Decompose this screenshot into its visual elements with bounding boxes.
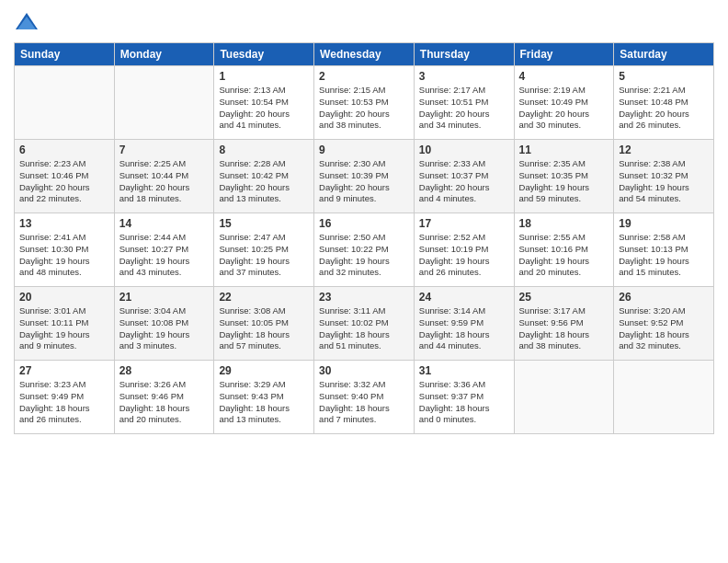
day-detail: Sunrise: 2:58 AM Sunset: 10:13 PM Daylig… [619, 232, 709, 279]
day-number: 1 [219, 70, 309, 83]
day-detail: Sunrise: 3:11 AM Sunset: 10:02 PM Daylig… [319, 305, 409, 352]
day-number: 11 [519, 144, 609, 156]
day-detail: Sunrise: 2:15 AM Sunset: 10:53 PM Daylig… [319, 85, 409, 132]
logo [14, 9, 43, 35]
day-detail: Sunrise: 2:52 AM Sunset: 10:19 PM Daylig… [419, 232, 509, 279]
calendar-cell [514, 361, 614, 434]
week-row-4: 20Sunrise: 3:01 AM Sunset: 10:11 PM Dayl… [15, 287, 714, 361]
weekday-header-thursday: Thursday [414, 43, 514, 66]
day-number: 4 [519, 70, 609, 83]
calendar-cell: 12Sunrise: 2:38 AM Sunset: 10:32 PM Dayl… [614, 140, 714, 213]
day-number: 2 [319, 70, 409, 83]
day-number: 6 [19, 144, 109, 156]
week-row-1: 1Sunrise: 2:13 AM Sunset: 10:54 PM Dayli… [15, 66, 714, 140]
calendar-cell [614, 361, 714, 434]
calendar-cell: 11Sunrise: 2:35 AM Sunset: 10:35 PM Dayl… [514, 140, 614, 213]
calendar-cell: 16Sunrise: 2:50 AM Sunset: 10:22 PM Dayl… [314, 213, 415, 287]
day-detail: Sunrise: 2:50 AM Sunset: 10:22 PM Daylig… [319, 232, 409, 279]
day-number: 14 [119, 217, 210, 230]
day-detail: Sunrise: 2:28 AM Sunset: 10:42 PM Daylig… [219, 158, 309, 205]
day-number: 17 [419, 217, 509, 230]
day-number: 7 [119, 144, 210, 156]
calendar-cell: 30Sunrise: 3:32 AM Sunset: 9:40 PM Dayli… [314, 361, 415, 434]
calendar-cell: 18Sunrise: 2:55 AM Sunset: 10:16 PM Dayl… [514, 213, 614, 287]
calendar-cell: 31Sunrise: 3:36 AM Sunset: 9:37 PM Dayli… [414, 361, 514, 434]
page: SundayMondayTuesdayWednesdayThursdayFrid… [0, 0, 728, 563]
day-number: 26 [619, 291, 709, 304]
calendar-table: SundayMondayTuesdayWednesdayThursdayFrid… [14, 42, 714, 434]
day-detail: Sunrise: 3:23 AM Sunset: 9:49 PM Dayligh… [19, 379, 109, 426]
calendar-cell: 24Sunrise: 3:14 AM Sunset: 9:59 PM Dayli… [414, 287, 514, 361]
calendar-cell: 21Sunrise: 3:04 AM Sunset: 10:08 PM Dayl… [114, 287, 214, 361]
day-detail: Sunrise: 3:04 AM Sunset: 10:08 PM Daylig… [119, 305, 210, 352]
day-number: 13 [19, 217, 109, 230]
weekday-header-monday: Monday [114, 43, 214, 66]
day-detail: Sunrise: 3:29 AM Sunset: 9:43 PM Dayligh… [219, 379, 309, 426]
day-number: 5 [619, 70, 709, 83]
day-number: 28 [119, 364, 210, 377]
day-number: 25 [519, 291, 609, 304]
day-detail: Sunrise: 2:47 AM Sunset: 10:25 PM Daylig… [219, 232, 309, 279]
day-number: 24 [419, 291, 509, 304]
calendar-cell: 10Sunrise: 2:33 AM Sunset: 10:37 PM Dayl… [414, 140, 514, 213]
calendar-cell: 6Sunrise: 2:23 AM Sunset: 10:46 PM Dayli… [15, 140, 115, 213]
day-detail: Sunrise: 2:25 AM Sunset: 10:44 PM Daylig… [119, 158, 210, 205]
day-number: 21 [119, 291, 210, 304]
day-number: 10 [419, 144, 509, 156]
day-number: 31 [419, 364, 509, 377]
day-number: 16 [319, 217, 409, 230]
calendar-cell: 22Sunrise: 3:08 AM Sunset: 10:05 PM Dayl… [214, 287, 314, 361]
day-number: 22 [219, 291, 309, 304]
calendar-cell [114, 66, 214, 140]
day-detail: Sunrise: 3:20 AM Sunset: 9:52 PM Dayligh… [619, 305, 709, 352]
calendar-cell: 14Sunrise: 2:44 AM Sunset: 10:27 PM Dayl… [114, 213, 214, 287]
week-row-2: 6Sunrise: 2:23 AM Sunset: 10:46 PM Dayli… [15, 140, 714, 213]
day-detail: Sunrise: 3:14 AM Sunset: 9:59 PM Dayligh… [419, 305, 509, 352]
calendar-cell: 2Sunrise: 2:15 AM Sunset: 10:53 PM Dayli… [314, 66, 415, 140]
day-number: 23 [319, 291, 409, 304]
day-detail: Sunrise: 2:44 AM Sunset: 10:27 PM Daylig… [119, 232, 210, 279]
day-detail: Sunrise: 3:36 AM Sunset: 9:37 PM Dayligh… [419, 379, 509, 426]
day-detail: Sunrise: 2:21 AM Sunset: 10:48 PM Daylig… [619, 85, 709, 132]
day-number: 12 [619, 144, 709, 156]
calendar-cell: 4Sunrise: 2:19 AM Sunset: 10:49 PM Dayli… [514, 66, 614, 140]
calendar-cell: 29Sunrise: 3:29 AM Sunset: 9:43 PM Dayli… [214, 361, 314, 434]
calendar-cell: 20Sunrise: 3:01 AM Sunset: 10:11 PM Dayl… [15, 287, 115, 361]
day-number: 15 [219, 217, 309, 230]
day-detail: Sunrise: 2:30 AM Sunset: 10:39 PM Daylig… [319, 158, 409, 205]
calendar-cell: 15Sunrise: 2:47 AM Sunset: 10:25 PM Dayl… [214, 213, 314, 287]
weekday-header-tuesday: Tuesday [214, 43, 314, 66]
weekday-header-sunday: Sunday [15, 43, 115, 66]
day-detail: Sunrise: 3:32 AM Sunset: 9:40 PM Dayligh… [319, 379, 409, 426]
day-number: 3 [419, 70, 509, 83]
logo-icon [14, 9, 40, 35]
calendar-cell: 9Sunrise: 2:30 AM Sunset: 10:39 PM Dayli… [314, 140, 415, 213]
calendar-cell [15, 66, 115, 140]
day-number: 30 [319, 364, 409, 377]
day-number: 29 [219, 364, 309, 377]
weekday-header-wednesday: Wednesday [314, 43, 415, 66]
day-detail: Sunrise: 3:26 AM Sunset: 9:46 PM Dayligh… [119, 379, 210, 426]
calendar-cell: 17Sunrise: 2:52 AM Sunset: 10:19 PM Dayl… [414, 213, 514, 287]
calendar-cell: 3Sunrise: 2:17 AM Sunset: 10:51 PM Dayli… [414, 66, 514, 140]
day-number: 8 [219, 144, 309, 156]
day-detail: Sunrise: 2:35 AM Sunset: 10:35 PM Daylig… [519, 158, 609, 205]
day-number: 18 [519, 217, 609, 230]
calendar-cell: 25Sunrise: 3:17 AM Sunset: 9:56 PM Dayli… [514, 287, 614, 361]
week-row-3: 13Sunrise: 2:41 AM Sunset: 10:30 PM Dayl… [15, 213, 714, 287]
calendar-cell: 5Sunrise: 2:21 AM Sunset: 10:48 PM Dayli… [614, 66, 714, 140]
calendar-cell: 8Sunrise: 2:28 AM Sunset: 10:42 PM Dayli… [214, 140, 314, 213]
week-row-5: 27Sunrise: 3:23 AM Sunset: 9:49 PM Dayli… [15, 361, 714, 434]
day-detail: Sunrise: 2:17 AM Sunset: 10:51 PM Daylig… [419, 85, 509, 132]
day-number: 27 [19, 364, 109, 377]
day-detail: Sunrise: 2:23 AM Sunset: 10:46 PM Daylig… [19, 158, 109, 205]
day-detail: Sunrise: 3:01 AM Sunset: 10:11 PM Daylig… [19, 305, 109, 352]
weekday-header-row: SundayMondayTuesdayWednesdayThursdayFrid… [15, 43, 714, 66]
calendar-cell: 7Sunrise: 2:25 AM Sunset: 10:44 PM Dayli… [114, 140, 214, 213]
calendar-cell: 13Sunrise: 2:41 AM Sunset: 10:30 PM Dayl… [15, 213, 115, 287]
weekday-header-friday: Friday [514, 43, 614, 66]
day-detail: Sunrise: 2:41 AM Sunset: 10:30 PM Daylig… [19, 232, 109, 279]
day-number: 9 [319, 144, 409, 156]
day-detail: Sunrise: 3:17 AM Sunset: 9:56 PM Dayligh… [519, 305, 609, 352]
day-detail: Sunrise: 2:13 AM Sunset: 10:54 PM Daylig… [219, 85, 309, 132]
